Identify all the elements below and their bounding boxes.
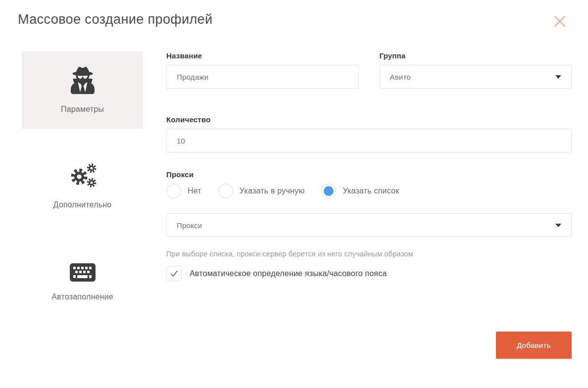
proxy-radio-none[interactable]: Нет: [166, 184, 201, 198]
quantity-label: Количество: [166, 115, 572, 124]
sidebar-item-additional[interactable]: Дополнительно: [22, 147, 143, 225]
page-title: Массовое создание профилей: [18, 12, 213, 27]
sidebar-item-label: Автозаполнение: [51, 292, 113, 301]
modal-footer: Добавить: [166, 332, 572, 359]
sidebar-item-parameters[interactable]: Параметры: [22, 51, 143, 129]
group-label: Группа: [380, 51, 572, 60]
chevron-down-icon: [555, 224, 561, 227]
modal-body: Параметры: [22, 51, 572, 359]
sidebar: Параметры: [22, 51, 143, 359]
proxy-hint-text: При выборе списка, прокси-сервер берется…: [166, 250, 572, 258]
form-content: Название Группа Авито Количество Прокси: [166, 51, 572, 359]
radio-circle-icon: [321, 184, 336, 198]
close-icon[interactable]: [551, 13, 568, 30]
spy-icon: [71, 67, 95, 94]
proxy-label: Прокси: [166, 170, 572, 179]
checkbox-icon: [166, 266, 182, 281]
auto-language-label: Автоматическое определение языка/часовог…: [190, 269, 387, 278]
group-select-value: Авито: [390, 73, 411, 81]
proxy-radio-manual[interactable]: Указать в ручную: [218, 184, 305, 198]
proxy-radio-group: Нет Указать в ручную Указать список: [166, 184, 572, 198]
sidebar-item-autofill[interactable]: Автозаполнение: [22, 243, 143, 321]
sidebar-item-label: Дополнительно: [53, 200, 112, 209]
proxy-list-select-value: Прокси: [177, 221, 202, 230]
quantity-input[interactable]: [166, 129, 572, 152]
proxy-field-group: Прокси Нет Указать в ручную Указать спис…: [166, 170, 572, 198]
gears-icon: [67, 163, 98, 190]
bulk-create-profiles-modal: Массовое создание профилей Параметры: [0, 0, 588, 388]
sidebar-item-label: Параметры: [61, 105, 104, 114]
chevron-down-icon: [555, 75, 561, 79]
add-button[interactable]: Добавить: [496, 332, 572, 359]
name-field-group: Название: [166, 51, 359, 89]
name-label: Название: [166, 51, 359, 60]
keyboard-icon: [70, 263, 96, 282]
group-select[interactable]: Авито: [380, 65, 572, 89]
radio-circle-icon: [218, 184, 233, 198]
name-input[interactable]: [166, 65, 359, 89]
auto-language-checkbox-row[interactable]: Автоматическое определение языка/часовог…: [166, 266, 572, 281]
radio-circle-icon: [166, 184, 181, 198]
proxy-list-select[interactable]: Прокси: [166, 213, 572, 237]
group-field-group: Группа Авито: [380, 51, 572, 89]
quantity-field-group: Количество: [166, 115, 572, 152]
proxy-radio-list[interactable]: Указать список: [321, 184, 399, 198]
